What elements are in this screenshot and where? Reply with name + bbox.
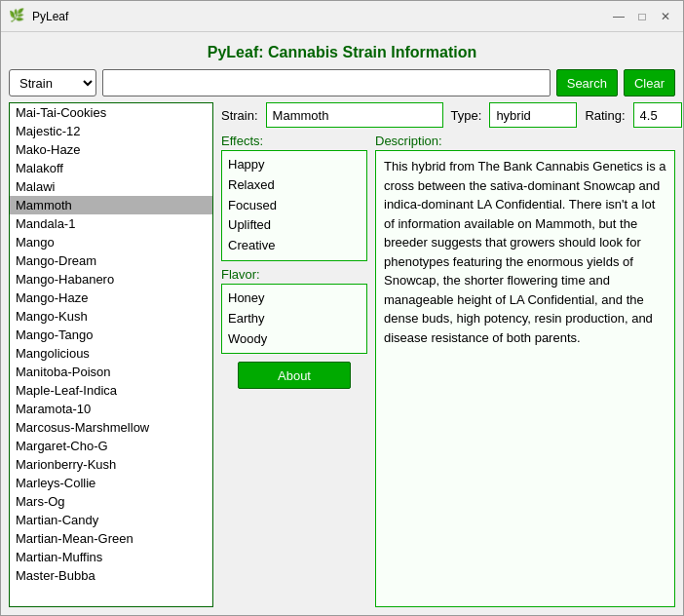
list-item[interactable]: Mammoth [10,196,212,214]
list-item[interactable]: Mai-Tai-Cookies [10,103,212,122]
effects-label: Effects: [221,134,367,148]
effects-box: HappyRelaxedFocusedUpliftedCreative [221,150,367,261]
rating-label: Rating: [585,108,625,123]
list-item[interactable]: Mangolicious [10,344,212,363]
list-item[interactable]: Maple-Leaf-Indica [10,381,212,400]
effect-item: Relaxed [228,175,361,196]
effect-item: Happy [228,155,361,175]
list-item[interactable]: Mandala-1 [10,214,212,233]
maximize-button[interactable]: □ [632,7,652,26]
type-field[interactable] [489,102,577,128]
list-item[interactable]: Martian-Mean-Green [10,529,212,548]
list-item[interactable]: Mango-Habanero [10,270,212,289]
search-button[interactable]: Search [556,69,618,96]
list-item[interactable]: Master-Bubba [10,566,212,585]
list-item[interactable]: Mars-Og [10,492,212,511]
effect-item: Creative [228,236,361,256]
right-panel: Strain: Type: Rating: Effects: HappyRela… [221,102,675,607]
description-col: Description: This hybrid from The Bank C… [375,134,675,607]
list-item[interactable]: Malawi [10,177,212,196]
app-title: PyLeaf: Cannabis Strain Information [9,40,675,63]
main-area: Mai-Tai-CookiesMajestic-12Mako-HazeMalak… [9,102,675,607]
about-row: About [221,362,367,389]
list-item[interactable]: Maramota-10 [10,400,212,418]
flavor-item: Woody [228,329,361,350]
list-item[interactable]: Martian-Candy [10,511,212,529]
minimize-button[interactable]: — [609,7,628,26]
search-input[interactable] [102,69,551,96]
effects-flavor-col: Effects: HappyRelaxedFocusedUpliftedCrea… [221,134,367,607]
list-item[interactable]: Manitoba-Poison [10,363,212,381]
flavor-item: Honey [228,289,361,309]
flavor-label: Flavor: [221,267,367,282]
strain-label: Strain: [221,108,258,123]
about-button[interactable]: About [238,362,351,389]
description-label: Description: [375,134,675,148]
list-item[interactable]: Mango [10,233,212,251]
toolbar: Strain Search Clear [9,69,675,96]
title-bar-controls: — □ ✕ [609,7,675,26]
filter-dropdown[interactable]: Strain [9,69,96,96]
effects-section: Effects: HappyRelaxedFocusedUpliftedCrea… [221,134,367,261]
type-label: Type: [451,108,482,123]
details-row: Effects: HappyRelaxedFocusedUpliftedCrea… [221,134,675,607]
list-item[interactable]: Mango-Dream [10,251,212,270]
list-item[interactable]: Mango-Tango [10,326,212,344]
main-window: 🌿 PyLeaf — □ ✕ PyLeaf: Cannabis Strain I… [0,0,684,616]
clear-button[interactable]: Clear [624,69,675,96]
list-item[interactable]: Mango-Haze [10,289,212,307]
effect-item: Uplifted [228,215,361,236]
effect-item: Focused [228,196,361,216]
flavor-item: Earthy [228,309,361,329]
list-item[interactable]: Marleys-Collie [10,474,212,492]
strain-list[interactable]: Mai-Tai-CookiesMajestic-12Mako-HazeMalak… [9,102,213,607]
strain-info-row: Strain: Type: Rating: [221,102,675,128]
list-item[interactable]: Margaret-Cho-G [10,437,212,455]
window-content: PyLeaf: Cannabis Strain Information Stra… [1,32,683,615]
list-item[interactable]: Martian-Muffins [10,548,212,566]
list-item[interactable]: Malakoff [10,159,212,177]
list-item[interactable]: Majestic-12 [10,122,212,140]
title-bar-text: PyLeaf [32,10,609,23]
list-item[interactable]: Mako-Haze [10,140,212,159]
strain-name-field[interactable] [266,102,443,128]
close-button[interactable]: ✕ [656,7,675,26]
list-item[interactable]: Marcosus-Marshmellow [10,418,212,437]
app-icon: 🌿 [9,8,26,25]
flavor-section: Flavor: HoneyEarthyWoody [221,267,367,354]
description-box: This hybrid from The Bank Cannabis Genet… [375,150,675,607]
flavor-box: HoneyEarthyWoody [221,284,367,354]
title-bar: 🌿 PyLeaf — □ ✕ [1,1,683,32]
list-item[interactable]: Marionberry-Kush [10,455,212,474]
rating-field[interactable] [633,102,682,128]
list-item[interactable]: Mango-Kush [10,307,212,326]
